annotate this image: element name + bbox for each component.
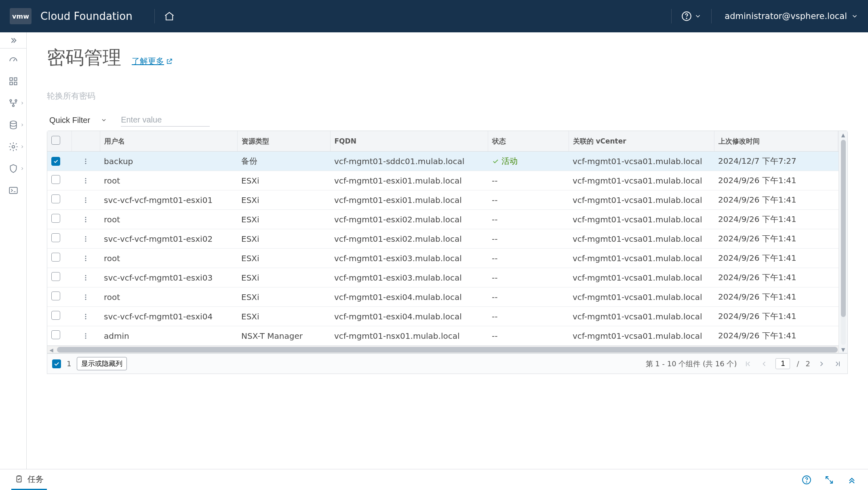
help-dropdown[interactable]	[679, 8, 704, 24]
quick-filter-dropdown[interactable]: Quick Filter	[47, 115, 110, 125]
table-row[interactable]: backup备份vcf-mgmt01-sddc01.mulab.local活动v…	[47, 152, 847, 171]
chevron-left-icon	[760, 360, 768, 368]
row-actions-menu[interactable]	[76, 293, 96, 302]
sidebar-item-dashboard[interactable]	[0, 49, 26, 70]
next-page-button[interactable]	[817, 359, 826, 369]
svg-point-1	[687, 18, 687, 19]
cell-vcenter: vcf-mgmt01-vcsa01.mulab.local	[569, 307, 714, 326]
svg-point-34	[85, 296, 86, 298]
col-vcenter[interactable]: 关联的 vCenter	[569, 131, 714, 152]
user-menu[interactable]: administrator@vsphere.local	[725, 11, 858, 21]
svg-point-33	[85, 294, 86, 296]
row-actions-menu[interactable]	[76, 254, 96, 263]
row-actions-menu[interactable]	[76, 215, 96, 224]
sidebar-item-developer[interactable]	[0, 180, 26, 201]
svg-point-26	[85, 240, 86, 241]
learn-more-label: 了解更多	[132, 56, 164, 67]
cell-modified: 2024/12/7 下午7:27	[714, 152, 838, 171]
cell-type: ESXi	[237, 229, 330, 249]
table-row[interactable]: rootESXivcf-mgmt01-esxi02.mulab.local--v…	[47, 210, 847, 229]
table-row[interactable]: svc-vcf-vcf-mgmt01-esxi02ESXivcf-mgmt01-…	[47, 229, 847, 249]
col-select-all[interactable]	[47, 131, 72, 152]
scroll-up-icon: ▴	[839, 131, 847, 138]
row-actions-menu[interactable]	[76, 312, 96, 321]
table-row[interactable]: svc-vcf-vcf-mgmt01-esxi03ESXivcf-mgmt01-…	[47, 268, 847, 287]
sidebar-item-security[interactable]	[0, 158, 26, 180]
tasks-tab[interactable]: 任务	[11, 470, 47, 490]
prev-page-button[interactable]	[759, 359, 769, 369]
selection-indicator[interactable]	[52, 359, 61, 368]
cell-status: 活动	[488, 152, 569, 171]
row-checkbox[interactable]	[51, 330, 60, 339]
row-actions-menu[interactable]	[76, 273, 96, 282]
row-checkbox[interactable]	[51, 194, 60, 203]
col-status[interactable]: 状态	[488, 131, 569, 152]
bottom-help-icon[interactable]	[802, 475, 811, 485]
learn-more-link[interactable]: 了解更多	[132, 56, 173, 67]
row-actions-menu[interactable]	[76, 176, 96, 185]
svg-point-13	[85, 161, 86, 162]
svg-point-40	[85, 335, 86, 336]
help-icon	[681, 11, 692, 21]
chevron-down-icon	[101, 117, 107, 123]
kebab-icon	[82, 196, 89, 205]
col-modified[interactable]: 上次修改时间	[714, 131, 838, 152]
table-row[interactable]: adminNSX-T Managervcf-mgmt01-nsx01.mulab…	[47, 326, 847, 346]
svg-point-31	[85, 277, 86, 278]
cell-vcenter: vcf-mgmt01-vcsa01.mulab.local	[569, 326, 714, 346]
row-checkbox[interactable]	[51, 175, 60, 184]
svg-point-14	[85, 163, 86, 164]
row-checkbox[interactable]	[51, 214, 60, 223]
col-fqdn[interactable]: FQDN	[330, 131, 488, 152]
table-row[interactable]: rootESXivcf-mgmt01-esxi01.mulab.local--v…	[47, 171, 847, 190]
cell-status: --	[488, 171, 569, 190]
sidebar-item-inventory[interactable]	[0, 70, 26, 92]
sidebar-item-hosts[interactable]	[0, 92, 26, 114]
rotate-all-passwords-button[interactable]: 轮换所有密码	[47, 91, 848, 101]
row-checkbox[interactable]	[51, 233, 60, 242]
table-row[interactable]: rootESXivcf-mgmt01-esxi03.mulab.local--v…	[47, 249, 847, 268]
cell-modified: 2024/9/26 下午1:41	[714, 249, 838, 268]
vertical-scrollbar[interactable]: ▴ ▾	[839, 131, 847, 353]
sidebar-item-settings[interactable]	[0, 136, 26, 158]
horizontal-scrollbar[interactable]: ◂ ▸	[47, 346, 847, 353]
col-user[interactable]: 用户名	[100, 131, 237, 152]
last-page-button[interactable]	[833, 359, 843, 369]
svg-point-20	[85, 201, 86, 203]
cell-fqdn: vcf-mgmt01-esxi01.mulab.local	[330, 190, 488, 210]
nodes-icon	[8, 98, 19, 108]
svg-point-32	[85, 279, 86, 280]
cell-vcenter: vcf-mgmt01-vcsa01.mulab.local	[569, 249, 714, 268]
cell-type: ESXi	[237, 210, 330, 229]
chevron-down-icon	[694, 13, 702, 20]
row-checkbox[interactable]	[51, 253, 60, 262]
home-icon[interactable]	[162, 9, 177, 23]
table-row[interactable]: svc-vcf-vcf-mgmt01-esxi01ESXivcf-mgmt01-…	[47, 190, 847, 210]
sidebar-item-storage[interactable]	[0, 114, 26, 136]
row-checkbox[interactable]	[51, 311, 60, 320]
kebab-icon	[82, 234, 89, 243]
row-checkbox[interactable]	[51, 291, 60, 300]
maximize-icon[interactable]	[824, 475, 834, 485]
column-toggle-button[interactable]: 显示或隐藏列	[77, 357, 127, 370]
range-text: 第 1 - 10 个组件 (共 16 个)	[646, 359, 737, 369]
row-checkbox[interactable]	[51, 157, 60, 166]
database-icon	[8, 120, 19, 130]
table-row[interactable]: rootESXivcf-mgmt01-esxi04.mulab.local--v…	[47, 287, 847, 307]
first-page-button[interactable]	[743, 359, 753, 369]
row-actions-menu[interactable]	[76, 157, 96, 166]
table-row[interactable]: svc-vcf-vcf-mgmt01-esxi04ESXivcf-mgmt01-…	[47, 307, 847, 326]
cell-type: ESXi	[237, 287, 330, 307]
cell-modified: 2024/9/26 下午1:41	[714, 171, 838, 190]
cell-user: root	[100, 210, 237, 229]
row-checkbox[interactable]	[51, 272, 60, 281]
row-actions-menu[interactable]	[76, 196, 96, 205]
expand-panel-icon[interactable]	[847, 475, 857, 485]
row-actions-menu[interactable]	[76, 234, 96, 243]
sidebar-expand-button[interactable]	[0, 32, 26, 49]
page-input[interactable]	[775, 358, 790, 369]
svg-point-28	[85, 258, 86, 259]
filter-input[interactable]	[121, 114, 210, 127]
col-type[interactable]: 资源类型	[237, 131, 330, 152]
row-actions-menu[interactable]	[76, 332, 96, 340]
